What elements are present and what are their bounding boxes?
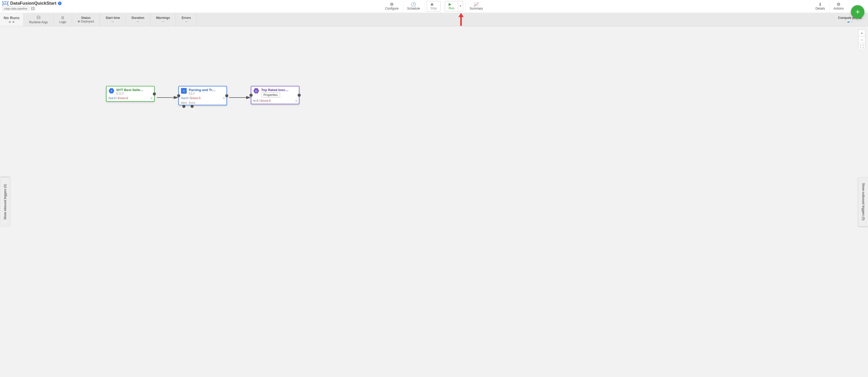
warnings-cell: Warnings -- <box>150 13 176 26</box>
run-label: Run <box>448 6 454 10</box>
status-value: Deployed <box>81 20 94 23</box>
sink-node-icon: ◎ <box>253 88 259 94</box>
sink-in-count: In 0 <box>253 99 258 102</box>
clock-icon: 🕑 <box>411 2 416 7</box>
chart-icon: 📈 <box>474 2 479 7</box>
runs-nav: No Runs ◀ ▶ <box>0 13 24 26</box>
transform-out-count: Out 0 <box>181 96 188 99</box>
duration-value: -- <box>137 20 139 23</box>
errors-cell: Errors -- <box>176 13 197 26</box>
actions-button[interactable]: ⚙ Actions <box>829 1 848 12</box>
source-node[interactable]: ≡ NYT Best Selle… 0.11.3 Out 0 / Errors … <box>106 86 155 102</box>
pipeline-edges <box>0 26 868 377</box>
source-out-count: Out 0 <box>108 96 116 99</box>
transform-alert-port[interactable] <box>182 105 185 108</box>
run-button-wrap: ▶ Run ▾ <box>443 1 465 12</box>
sink-node-title: Top Rated Inex… <box>261 88 288 92</box>
zoom-fit-button[interactable]: ⛶ <box>859 43 865 50</box>
details-button[interactable]: ℹ Details <box>811 1 829 12</box>
transform-error-port[interactable] <box>191 105 194 108</box>
inbound-triggers-tab[interactable]: Show inbound triggers (0) <box>0 177 10 226</box>
pipeline-type-tag[interactable]: cdap-data-pipeline <box>2 6 29 10</box>
add-tag-button[interactable]: + <box>31 7 35 10</box>
summary-button[interactable]: 📈 Summary <box>465 1 487 12</box>
runs-title: No Runs <box>4 16 20 20</box>
plus-icon: + <box>855 7 860 16</box>
stop-icon: ◼ <box>431 2 437 6</box>
status-strip: No Runs ◀ ▶ Ⓜ Runtime Args 🗎 Logs Status… <box>0 13 868 26</box>
pipeline-title: DataFusionQuickStart <box>10 1 57 6</box>
logs-icon: 🗎 <box>61 16 65 20</box>
add-fab-button[interactable]: + <box>851 5 864 19</box>
info2-icon: ℹ <box>819 2 821 7</box>
compute-value: ☁ -- <box>847 20 853 23</box>
source-node-title: NYT Best Selle… <box>116 88 144 92</box>
top-bar: }Ξ{ DataFusionQuickStart i cdap-data-pip… <box>0 0 868 13</box>
source-node-menu[interactable]: ≡ <box>151 96 153 100</box>
stop-button-wrap: ◼ Stop <box>424 1 443 12</box>
sink-properties-button[interactable]: Properties <box>261 92 280 97</box>
zoom-out-button[interactable]: − <box>859 36 865 43</box>
status-cell: Status Deployed <box>72 13 100 26</box>
chevron-down-icon: ▾ <box>460 4 461 8</box>
run-button[interactable]: ▶ Run <box>445 1 458 11</box>
schedule-button[interactable]: 🕑 Schedule <box>403 1 424 12</box>
transform-node-title: Parsing and Tr… <box>189 88 215 92</box>
gear-icon: ⚙ <box>837 2 840 7</box>
sink-node-menu[interactable]: ≡ <box>295 98 297 103</box>
runtime-args-label: Runtime Args <box>29 21 48 24</box>
next-run-button[interactable]: ▶ <box>13 20 15 24</box>
source-out-port[interactable] <box>153 92 156 95</box>
prev-run-button[interactable]: ◀ <box>8 20 10 24</box>
sliders-icon: ⚙ <box>390 2 394 7</box>
args-icon: Ⓜ <box>36 15 40 21</box>
transform-in-port[interactable] <box>177 94 180 97</box>
configure-label: Configure <box>385 7 398 10</box>
source-node-version: 0.11.3 <box>116 92 144 95</box>
transform-node[interactable]: ⌗ Parsing and Tr… 3.2.3 Out 0 / Errors 0… <box>178 86 227 105</box>
transform-node-version: 3.2.3 <box>189 92 215 95</box>
warnings-value: -- <box>162 20 164 23</box>
stop-button[interactable]: ◼ Stop <box>427 1 441 11</box>
title-block: }Ξ{ DataFusionQuickStart i cdap-data-pip… <box>2 1 62 10</box>
summary-label: Summary <box>470 7 483 10</box>
zoom-controls: + − ⛶ <box>858 29 865 50</box>
schedule-label: Schedule <box>407 7 420 10</box>
details-label: Details <box>815 7 825 10</box>
transform-node-icon: ⌗ <box>181 88 187 94</box>
source-err-count: Errors 0 <box>118 96 128 99</box>
logs-label: Logs <box>59 20 66 24</box>
outbound-triggers-tab[interactable]: Show outbound triggers (0) <box>858 177 868 226</box>
errors-value: -- <box>185 20 187 23</box>
transform-alert-port-label: Alert <box>181 101 187 104</box>
start-value: -- <box>112 20 114 23</box>
zoom-in-button[interactable]: + <box>859 30 865 36</box>
status-dot-icon <box>78 21 80 23</box>
transform-err-count: Errors 0 <box>190 96 200 99</box>
configure-button[interactable]: ⚙ Configure <box>381 1 403 12</box>
logs-button[interactable]: 🗎 Logs <box>54 13 72 26</box>
transform-error-port-label: Error <box>189 101 195 104</box>
play-icon: ▶ <box>448 2 454 6</box>
source-node-icon: ≡ <box>108 88 114 94</box>
stop-label: Stop <box>431 6 437 10</box>
run-dropdown[interactable]: ▾ <box>458 1 463 11</box>
actions-label: Actions <box>834 7 844 10</box>
pipeline-canvas[interactable]: + − ⛶ Show inbound triggers (0) Show out… <box>0 26 868 377</box>
errors-label: Errors <box>182 16 191 20</box>
start-time-cell: Start time -- <box>100 13 126 26</box>
info-icon[interactable]: i <box>58 2 62 5</box>
app-logo-icon: }Ξ{ <box>2 1 9 6</box>
status-label: Status <box>81 16 91 20</box>
center-toolbar: ⚙ Configure 🕑 Schedule ◼ Stop ▶ Run ▾ <box>381 1 487 12</box>
start-label: Start time <box>105 16 120 20</box>
transform-node-menu[interactable]: ≡ <box>223 96 225 100</box>
sink-node[interactable]: ◎ Top Rated Inex… Properties In 0 / Erro… <box>251 86 300 104</box>
sink-err-count: Errors 0 <box>260 99 271 102</box>
transform-out-port[interactable] <box>225 94 228 97</box>
duration-label: Duration <box>132 16 144 20</box>
sink-out-port[interactable] <box>298 94 301 97</box>
sink-in-port[interactable] <box>249 94 253 97</box>
runtime-args-button[interactable]: Ⓜ Runtime Args <box>24 13 54 26</box>
warnings-label: Warnings <box>156 16 170 20</box>
